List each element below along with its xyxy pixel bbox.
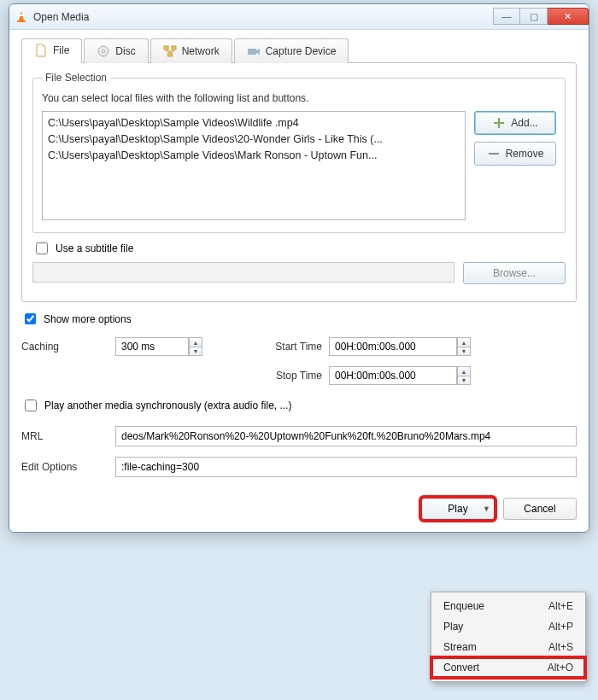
use-subtitle-label: Use a subtitle file [56, 242, 133, 254]
menu-item-stream[interactable]: Stream Alt+S [431, 637, 585, 657]
mrl-label: MRL [21, 430, 115, 442]
window-buttons: — ▢ ✕ [493, 9, 589, 25]
menu-label: Enqueue [443, 600, 484, 612]
file-icon [34, 44, 48, 57]
tab-disc-label: Disc [115, 45, 135, 57]
menu-label: Play [443, 621, 463, 633]
edit-options-label: Edit Options [21, 461, 115, 473]
file-list-item[interactable]: C:\Users\payal\Desktop\Sample Videos\20-… [48, 131, 460, 148]
file-list[interactable]: C:\Users\payal\Desktop\Sample Videos\Wil… [42, 111, 466, 220]
svg-rect-7 [489, 153, 499, 155]
subtitle-path-input [32, 262, 454, 283]
stop-time-label: Stop Time [243, 370, 329, 382]
dialog-content: File Disc Network Capture Device File Se… [9, 30, 589, 487]
start-time-spinner[interactable]: ▲▼ [457, 337, 471, 356]
remove-button[interactable]: Remove [474, 142, 556, 166]
show-more-options-checkbox[interactable] [25, 313, 36, 324]
cancel-button-label: Cancel [524, 503, 555, 515]
menu-label: Convert [443, 662, 479, 674]
browse-label: Browse... [493, 267, 536, 279]
play-split-button[interactable]: Play ▼ [421, 498, 495, 520]
svg-point-2 [103, 50, 105, 52]
file-list-item[interactable]: C:\Users\payal\Desktop\Sample Videos\Wil… [48, 115, 460, 131]
tab-capture-label: Capture Device [266, 45, 337, 57]
svg-rect-4 [172, 46, 176, 50]
svg-rect-5 [167, 53, 172, 56]
stop-time-spinner[interactable]: ▲▼ [457, 366, 471, 385]
disc-icon [97, 44, 110, 58]
menu-shortcut: Alt+E [548, 600, 573, 612]
menu-item-convert[interactable]: Convert Alt+O [431, 657, 585, 678]
add-button-label: Add... [511, 117, 537, 129]
caching-label: Caching [21, 341, 115, 353]
remove-button-label: Remove [506, 148, 544, 160]
edit-options-input[interactable] [115, 457, 577, 477]
dialog-footer: Play ▼ Cancel [9, 487, 589, 532]
menu-shortcut: Alt+S [548, 641, 573, 653]
tab-network-label: Network [182, 45, 220, 57]
play-dropdown-menu: Enqueue Alt+E Play Alt+P Stream Alt+S Co… [431, 592, 586, 682]
tab-capture[interactable]: Capture Device [234, 38, 349, 63]
cancel-button[interactable]: Cancel [503, 498, 577, 520]
use-subtitle-checkbox[interactable] [36, 242, 48, 254]
capture-icon [247, 44, 261, 58]
menu-item-play[interactable]: Play Alt+P [431, 616, 585, 637]
tab-page-file: File Selection You can select local file… [21, 62, 577, 302]
advanced-options: Caching ▲▼ Start Time ▲▼ Stop Time ▲▼ [21, 337, 577, 385]
menu-shortcut: Alt+O [548, 662, 573, 674]
window-title: Open Media [33, 11, 89, 23]
menu-label: Stream [443, 641, 477, 653]
play-another-checkbox[interactable] [25, 400, 37, 411]
caching-input[interactable] [115, 337, 189, 356]
maximize-button[interactable]: ▢ [520, 8, 548, 25]
show-more-options-label: Show more options [44, 313, 132, 325]
vlc-cone-icon [15, 10, 28, 24]
tab-strip: File Disc Network Capture Device [21, 38, 577, 63]
browse-subtitle-button: Browse... [463, 262, 566, 284]
minus-icon [487, 147, 501, 160]
start-time-input[interactable] [329, 337, 457, 356]
svg-rect-0 [17, 20, 26, 22]
file-selection-desc: You can select local files with the foll… [42, 92, 556, 104]
menu-item-enqueue[interactable]: Enqueue Alt+E [431, 596, 585, 616]
plus-icon [492, 116, 506, 130]
svg-rect-6 [248, 49, 256, 55]
tab-disc[interactable]: Disc [84, 38, 148, 63]
network-icon [163, 44, 177, 58]
start-time-label: Start Time [243, 341, 329, 353]
close-button[interactable]: ✕ [548, 8, 589, 25]
minimize-button[interactable]: — [493, 8, 520, 25]
caching-spinner[interactable]: ▲▼ [189, 337, 202, 356]
svg-rect-3 [164, 46, 168, 50]
add-button[interactable]: Add... [474, 111, 556, 135]
stop-time-input[interactable] [329, 366, 457, 385]
tab-file-label: File [53, 44, 69, 56]
play-another-label: Play another media synchronously (extra … [44, 400, 291, 411]
tab-network[interactable]: Network [150, 38, 232, 63]
play-button-label: Play [448, 503, 467, 515]
titlebar[interactable]: Open Media — ▢ ✕ [9, 4, 589, 30]
chevron-down-icon[interactable]: ▼ [483, 505, 490, 513]
menu-shortcut: Alt+P [548, 621, 573, 633]
file-list-item[interactable]: C:\Users\payal\Desktop\Sample Videos\Mar… [48, 148, 460, 164]
mrl-input[interactable] [115, 426, 577, 446]
file-selection-legend: File Selection [42, 72, 110, 84]
file-selection-group: File Selection You can select local file… [32, 72, 566, 233]
open-media-window: Open Media — ▢ ✕ File Disc Network Captu… [9, 3, 589, 533]
tab-file[interactable]: File [21, 38, 82, 63]
